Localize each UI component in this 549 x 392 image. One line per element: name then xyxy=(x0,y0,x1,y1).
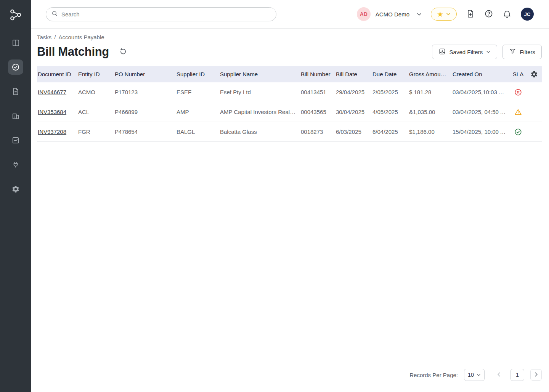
cell-document-id: INV646677 xyxy=(37,89,77,95)
cell-bill-date: 30/04/2025 xyxy=(335,109,372,115)
search-input[interactable] xyxy=(61,11,271,18)
breadcrumb-current: Accounts Payable xyxy=(59,34,104,40)
search-box xyxy=(46,7,276,21)
column-header[interactable]: Supplier Name xyxy=(219,71,300,77)
cell-bill-number: 00413451 xyxy=(300,89,335,95)
cell-bill-number: 00043565 xyxy=(300,109,335,115)
table-row: INV353684ACLP466899AMPAMP Capital Invest… xyxy=(37,102,542,122)
next-page-button[interactable] xyxy=(530,369,542,381)
cell-supplier-name: Esef Pty Ltd xyxy=(219,89,300,95)
document-id-link[interactable]: INV353684 xyxy=(38,109,66,115)
sidebar-item-documents[interactable] xyxy=(8,84,23,99)
chevron-left-icon xyxy=(497,372,501,378)
document-id-link[interactable]: INV937208 xyxy=(38,129,66,135)
cell-supplier-id: ESEF xyxy=(176,89,219,95)
column-header[interactable]: Created On xyxy=(452,71,510,77)
new-document-button[interactable] xyxy=(466,9,475,19)
logo-icon xyxy=(9,8,22,23)
help-button[interactable] xyxy=(484,9,493,19)
cell-supplier-name: AMP Capital Investors Real… xyxy=(219,109,300,115)
previous-page-button[interactable] xyxy=(493,369,504,381)
cell-bill-date: 6/03/2025 xyxy=(335,129,372,135)
document-id-link[interactable]: INV646677 xyxy=(38,89,66,95)
filters-button[interactable]: Filters xyxy=(502,45,542,59)
cell-due-date: 4/05/2025 xyxy=(372,109,408,115)
cell-gross-amount: $ 181.28 xyxy=(408,89,452,95)
column-settings-gear-icon[interactable] xyxy=(527,71,542,78)
table-header: Document IDEntity IDPO NumberSupplier ID… xyxy=(37,66,542,82)
page-size-select[interactable]: 10 xyxy=(464,369,485,381)
gear-icon xyxy=(11,185,20,193)
cell-bill-number: 0018273 xyxy=(300,129,335,135)
favorites-button[interactable]: ★ xyxy=(431,8,457,21)
cell-entity-id: ACMO xyxy=(77,89,114,95)
column-header[interactable]: SLA xyxy=(510,71,527,77)
content: Tasks / Accounts Payable Bill Matching xyxy=(31,29,549,392)
sidebar-nav xyxy=(8,31,23,197)
sidebar-item-integrations[interactable] xyxy=(8,157,23,172)
column-header[interactable]: Bill Number xyxy=(300,71,335,77)
refresh-button[interactable] xyxy=(119,47,127,57)
title-row: Bill Matching xyxy=(37,43,542,60)
column-header[interactable]: Entity ID xyxy=(77,71,114,77)
column-header[interactable]: Supplier ID xyxy=(176,71,219,77)
cell-document-id: INV353684 xyxy=(37,109,77,115)
column-header[interactable]: Document ID xyxy=(37,71,77,77)
account-switcher[interactable]: AD ACMO Demo xyxy=(357,7,422,21)
app-root: AD ACMO Demo ★ xyxy=(0,0,549,392)
sidebar xyxy=(0,0,31,392)
cell-gross-amount: &1,035.00 xyxy=(408,109,452,115)
chart-icon xyxy=(11,136,20,145)
cell-entity-id: FGR xyxy=(77,129,114,135)
cell-po-number: P170123 xyxy=(114,89,176,95)
app-logo[interactable] xyxy=(0,0,31,31)
cell-due-date: 6/04/2025 xyxy=(372,129,408,135)
sla-status-check-circle-icon xyxy=(510,128,527,136)
sla-status-warning-triangle-icon xyxy=(510,108,527,116)
column-header[interactable]: Gross Amou… xyxy=(408,71,452,77)
sidebar-item-dashboard[interactable] xyxy=(8,35,23,50)
bell-icon xyxy=(502,9,512,19)
sla-status-x-circle-icon xyxy=(510,88,527,96)
column-header[interactable]: Bill Date xyxy=(335,71,372,77)
sidebar-item-reports[interactable] xyxy=(8,133,23,148)
user-avatar[interactable]: JC xyxy=(521,8,534,21)
main-area: AD ACMO Demo ★ xyxy=(31,0,549,392)
saved-filters-button[interactable]: Saved Filters xyxy=(432,45,498,59)
chevron-down-icon xyxy=(446,13,451,16)
column-header[interactable]: PO Number xyxy=(114,71,176,77)
page-size-value: 10 xyxy=(468,372,474,378)
file-plus-icon xyxy=(466,9,475,19)
chevron-down-icon xyxy=(417,13,422,16)
breadcrumb-tasks[interactable]: Tasks xyxy=(37,34,51,40)
cell-created-on: 03/04/2025,10:03 AM xyxy=(452,89,510,95)
document-icon xyxy=(11,87,20,96)
bill-matching-table: Document IDEntity IDPO NumberSupplier ID… xyxy=(37,66,542,142)
cell-supplier-id: AMP xyxy=(176,109,219,115)
cell-bill-date: 29/04/2025 xyxy=(335,89,372,95)
saved-filters-label: Saved Filters xyxy=(449,49,483,55)
saved-filters-icon xyxy=(438,48,446,56)
building-icon xyxy=(11,112,20,120)
sidebar-item-entities[interactable] xyxy=(8,108,23,124)
current-page-indicator[interactable]: 1 xyxy=(510,369,524,381)
cell-entity-id: ACL xyxy=(77,109,114,115)
notifications-button[interactable] xyxy=(502,9,512,19)
account-name: ACMO Demo xyxy=(376,11,409,18)
cell-document-id: INV937208 xyxy=(37,129,77,135)
search-icon xyxy=(51,10,58,18)
column-header[interactable]: Due Date xyxy=(372,71,408,77)
sidebar-item-settings[interactable] xyxy=(8,182,23,197)
filters-label: Filters xyxy=(520,49,535,55)
cell-created-on: 03/04/2025, 04:50 AM xyxy=(452,109,510,115)
page-title: Bill Matching xyxy=(37,45,109,59)
topbar: AD ACMO Demo ★ xyxy=(31,0,549,29)
topbar-right: AD ACMO Demo ★ xyxy=(357,7,534,21)
pagination: Records Per Page: 10 1 xyxy=(37,369,542,381)
dashboard-icon xyxy=(11,39,20,47)
breadcrumb: Tasks / Accounts Payable xyxy=(37,34,542,40)
account-avatar: AD xyxy=(357,7,371,21)
help-icon xyxy=(484,9,493,19)
sidebar-item-tasks[interactable] xyxy=(8,59,23,75)
chevron-right-icon xyxy=(535,372,538,378)
